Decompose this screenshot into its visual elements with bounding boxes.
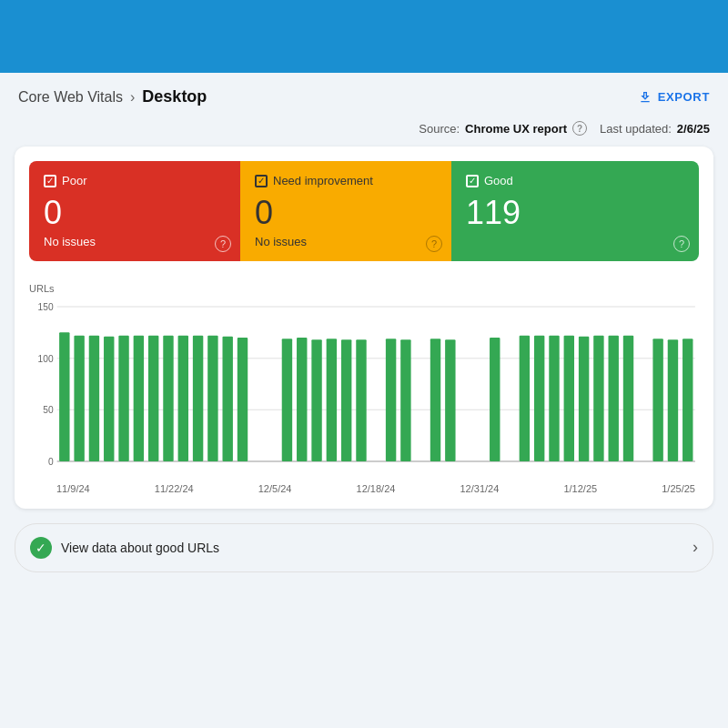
chart-x-label: 1/25/25 [662, 483, 695, 494]
svg-rect-40 [652, 339, 662, 461]
svg-text:150: 150 [38, 302, 54, 312]
svg-rect-15 [163, 335, 173, 460]
svg-rect-33 [534, 335, 544, 460]
chart-x-label: 12/5/24 [258, 483, 292, 494]
tile-improvement-count: 0 [255, 195, 437, 231]
tile-good-help-icon[interactable]: ? [673, 236, 690, 252]
svg-rect-12 [118, 335, 128, 460]
tile-good-checkbox[interactable]: ✓ [466, 175, 479, 187]
chart-svg: 050100150 [29, 298, 699, 480]
status-tiles: ✓ Poor 0 No issues ? ✓ Need improvement … [29, 161, 699, 261]
tile-good-label: Good [484, 174, 513, 187]
export-button[interactable]: EXPORT [638, 90, 710, 105]
svg-rect-8 [59, 332, 69, 461]
svg-rect-39 [623, 335, 633, 460]
tile-good-count: 119 [466, 195, 684, 231]
svg-rect-37 [593, 335, 603, 460]
view-data-left: ✓ View data about good URLs [30, 537, 219, 559]
main-card: ✓ Poor 0 No issues ? ✓ Need improvement … [15, 147, 713, 509]
chart-x-labels: 11/9/2411/22/2412/5/2412/18/2412/31/241/… [29, 480, 699, 494]
source-label: Source: [419, 122, 460, 136]
svg-rect-23 [311, 339, 321, 461]
svg-rect-42 [682, 339, 693, 461]
tile-poor-label: Poor [62, 174, 86, 187]
tile-improvement-label: Need improvement [273, 174, 373, 187]
svg-rect-19 [223, 336, 233, 460]
view-data-text: View data about good URLs [61, 541, 219, 555]
good-check-icon: ✓ [30, 537, 52, 559]
chart-container: 050100150 [29, 298, 699, 480]
svg-rect-36 [579, 336, 589, 460]
svg-rect-14 [148, 335, 158, 460]
svg-text:0: 0 [48, 457, 54, 467]
breadcrumb-parent: Core Web Vitals [18, 89, 123, 106]
tile-good: ✓ Good 119 ? [451, 161, 699, 261]
chart-y-label: URLs [29, 283, 699, 294]
svg-rect-27 [386, 339, 396, 461]
svg-rect-9 [74, 335, 84, 460]
svg-rect-13 [134, 335, 144, 460]
tile-good-header: ✓ Good [466, 174, 684, 187]
breadcrumb-current: Desktop [142, 87, 207, 106]
tile-poor-header: ✓ Poor [44, 174, 226, 187]
tile-poor-checkbox[interactable]: ✓ [44, 175, 56, 187]
svg-rect-41 [668, 339, 678, 461]
tile-improvement-sublabel: No issues [255, 235, 437, 248]
chart-x-label: 11/22/24 [155, 483, 194, 494]
svg-text:100: 100 [38, 353, 54, 363]
tile-poor-count: 0 [44, 195, 226, 231]
main-content: Core Web Vitals › Desktop EXPORT Source:… [0, 73, 728, 728]
svg-rect-28 [400, 339, 410, 461]
export-icon [638, 90, 652, 105]
breadcrumb-separator: › [130, 89, 135, 106]
svg-rect-16 [178, 335, 188, 460]
svg-rect-21 [282, 339, 292, 461]
chevron-right-icon: › [693, 538, 698, 557]
svg-rect-30 [445, 339, 455, 461]
svg-rect-31 [490, 338, 500, 461]
source-value: Chrome UX report [465, 122, 567, 136]
svg-rect-34 [549, 335, 559, 460]
svg-rect-35 [564, 335, 574, 460]
chart-x-label: 11/9/24 [56, 483, 90, 494]
chart-x-label: 12/18/24 [357, 483, 396, 494]
tile-improvement-header: ✓ Need improvement [255, 174, 437, 187]
last-updated-value: 2/6/25 [677, 122, 710, 136]
source-bar: Source: Chrome UX report ? Last updated:… [0, 117, 728, 147]
breadcrumb: Core Web Vitals › Desktop [18, 87, 207, 106]
svg-rect-20 [238, 338, 248, 461]
view-data-row[interactable]: ✓ View data about good URLs › [15, 523, 713, 572]
svg-rect-18 [207, 335, 217, 460]
tile-improvement-checkbox[interactable]: ✓ [255, 175, 268, 187]
svg-rect-24 [327, 339, 337, 461]
svg-rect-22 [297, 338, 307, 461]
last-updated-label: Last updated: [600, 122, 672, 136]
tile-improvement-help-icon[interactable]: ? [426, 236, 442, 252]
source-help-icon[interactable]: ? [572, 121, 587, 136]
svg-rect-17 [193, 335, 203, 460]
tile-poor-sublabel: No issues [44, 235, 226, 248]
chart-x-label: 12/31/24 [460, 483, 500, 494]
svg-rect-38 [609, 335, 619, 460]
svg-rect-32 [520, 335, 530, 460]
top-bar [0, 0, 728, 73]
svg-rect-26 [356, 339, 366, 461]
svg-rect-29 [430, 339, 440, 461]
svg-rect-11 [104, 336, 114, 460]
svg-text:50: 50 [43, 405, 54, 415]
svg-rect-10 [89, 335, 99, 460]
chart-area: URLs 050100150 11/9/2411/22/2412/5/2412/… [29, 279, 699, 494]
tile-poor-help-icon[interactable]: ? [215, 236, 231, 252]
svg-rect-25 [341, 339, 351, 461]
chart-x-label: 1/12/25 [563, 483, 597, 494]
tile-poor: ✓ Poor 0 No issues ? [29, 161, 240, 261]
tile-improvement: ✓ Need improvement 0 No issues ? [240, 161, 451, 261]
header: Core Web Vitals › Desktop EXPORT [0, 73, 728, 117]
